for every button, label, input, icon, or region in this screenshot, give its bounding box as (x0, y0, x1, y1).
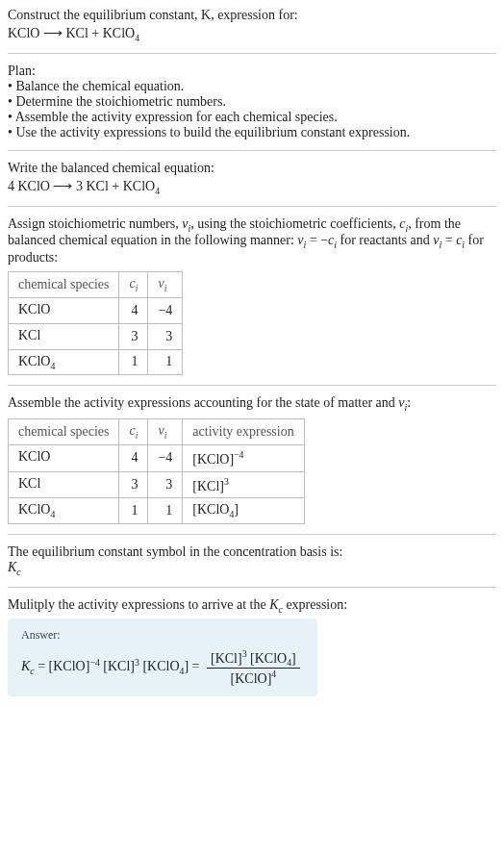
col-c: ci (119, 272, 148, 298)
cell-c: 4 (119, 444, 148, 471)
divider (8, 53, 496, 54)
cell-species: KCl (9, 323, 119, 349)
cell-species: KClO (9, 297, 119, 323)
cell-nu: −4 (148, 297, 183, 323)
cell-activity: [KCl]3 (183, 471, 304, 498)
intro-equation: KClO ⟶ KCl + KClO4 (8, 25, 496, 43)
table-row: KClO 4 −4 [KClO]−4 (9, 444, 305, 471)
divider (8, 534, 496, 535)
intro-lhs: KClO (8, 26, 39, 40)
assemble-text: Assemble the activity expressions accoun… (8, 395, 496, 413)
symbol-text: The equilibrium constant symbol in the c… (8, 544, 496, 560)
table-header-row: chemical species ci νi (9, 272, 183, 298)
col-activity: activity expression (183, 419, 304, 445)
fraction-numerator: [KCl]3 [KClO4] (207, 648, 300, 669)
plan-heading: Plan: (8, 63, 496, 79)
cell-activity: [KClO4] (183, 498, 304, 524)
col-species: chemical species (9, 419, 119, 445)
table-row: KCl 3 3 [KCl]3 (9, 471, 305, 498)
cell-c: 1 (119, 498, 148, 524)
cell-c: 1 (119, 349, 148, 375)
intro-line1: Construct the equilibrium constant, K, e… (8, 8, 496, 23)
col-nu: νi (148, 272, 183, 298)
balanced-rhs-sub: 4 (155, 186, 160, 196)
plan-bullet-3: • Assemble the activity expression for e… (8, 110, 496, 125)
divider (8, 206, 496, 207)
answer-expression: Kc = [KClO]−4 [KCl]3 [KClO4] = [KCl]3 [K… (21, 648, 304, 687)
table-row: KClO4 1 1 (9, 349, 183, 375)
cell-species: KCl (9, 471, 119, 498)
cell-c: 3 (119, 471, 148, 498)
col-c: ci (119, 419, 148, 445)
plan-bullet-2: • Determine the stoichiometric numbers. (8, 94, 496, 110)
symbol-kc: Kc (8, 560, 496, 577)
cell-nu: 1 (148, 498, 183, 524)
cell-nu: −4 (148, 444, 183, 471)
assign-text: Assign stoichiometric numbers, νi, using… (8, 216, 496, 266)
balanced-equation: 4 KClO ⟶ 3 KCl + KClO4 (8, 178, 496, 196)
col-species: chemical species (9, 272, 119, 298)
col-nu: νi (148, 419, 183, 445)
table-row: KClO 4 −4 (9, 297, 183, 323)
cell-species: KClO (9, 444, 119, 471)
table-row: KCl 3 3 (9, 323, 183, 349)
balanced-rhs: 3 KCl + KClO (76, 179, 155, 193)
cell-activity: [KClO]−4 (183, 444, 304, 471)
cell-nu: 3 (148, 471, 183, 498)
cell-nu: 1 (148, 349, 183, 375)
cell-species: KClO4 (9, 498, 119, 524)
stoich-table: chemical species ci νi KClO 4 −4 KCl 3 3… (8, 271, 183, 375)
cell-c: 3 (119, 323, 148, 349)
intro-rhs-sub: 4 (135, 33, 139, 43)
activity-table: chemical species ci νi activity expressi… (8, 418, 305, 524)
cell-species: KClO4 (9, 349, 119, 375)
plan-bullet-4: • Use the activity expressions to build … (8, 125, 496, 140)
cell-c: 4 (119, 297, 148, 323)
answer-box: Answer: Kc = [KClO]−4 [KCl]3 [KClO4] = [… (8, 619, 317, 696)
plan-bullet-1: • Balance the chemical equation. (8, 79, 496, 94)
fraction: [KCl]3 [KClO4] [KClO]4 (207, 648, 300, 687)
multiply-text: Mulitply the activity expressions to arr… (8, 597, 496, 615)
balanced-heading: Write the balanced chemical equation: (8, 161, 496, 176)
divider (8, 385, 496, 386)
divider (8, 150, 496, 151)
fraction-denominator: [KClO]4 (207, 669, 300, 687)
table-row: KClO4 1 1 [KClO4] (9, 498, 305, 524)
intro-rhs: KCl + KClO (65, 26, 135, 40)
balanced-lhs: 4 KClO (8, 179, 50, 193)
answer-label: Answer: (21, 628, 304, 643)
divider (8, 587, 496, 588)
cell-nu: 3 (148, 323, 183, 349)
table-header-row: chemical species ci νi activity expressi… (9, 419, 305, 445)
arrow-icon: ⟶ (53, 179, 72, 193)
arrow-icon: ⟶ (43, 26, 63, 40)
